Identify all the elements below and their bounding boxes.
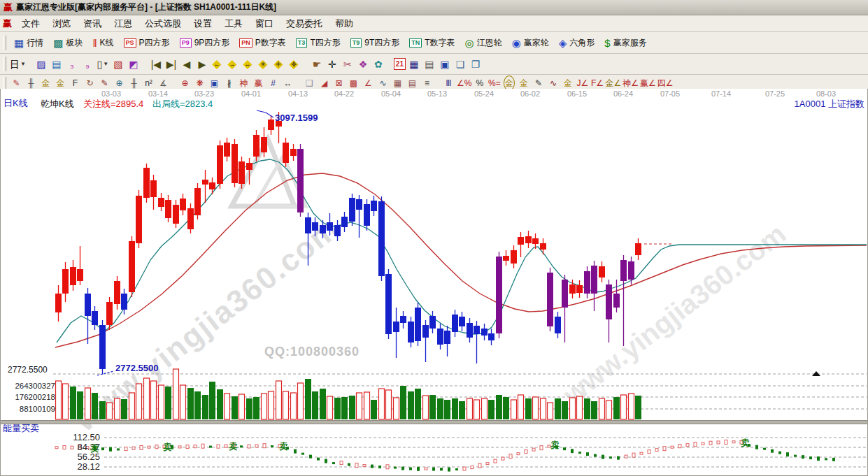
hrange-tool[interactable]: ↔ [281, 77, 294, 89]
box-x-tool[interactable]: ⊠ [332, 77, 346, 89]
nav-last-button[interactable]: ▶| [164, 57, 178, 71]
menu-item-gann[interactable]: 江恩 [108, 15, 138, 32]
winner-service-button[interactable]: $赢家服务 [599, 36, 651, 50]
diamond-expand-button[interactable]: ◆✳ [257, 57, 271, 71]
target-tool[interactable]: ⊕ [178, 77, 192, 89]
price-chart-canvas[interactable]: 03-0303-1403-2304-0104-1304-2205-0405-13… [1, 89, 867, 475]
quotes-button[interactable]: ▦行情 [9, 36, 48, 50]
nine-p-square-button[interactable]: P99P四方形 [175, 36, 235, 50]
winner-wheel-button[interactable]: ◉赢家轮 [507, 36, 554, 50]
box-hatch-tool[interactable]: ▩ [347, 77, 360, 89]
wave-check-tool[interactable]: ∿ [376, 77, 390, 89]
j-angle-tool[interactable]: J∠ [576, 77, 589, 89]
menu-item-trade[interactable]: 交易委托 [280, 15, 329, 32]
nav-next-button[interactable]: ▶ [195, 57, 209, 71]
f-grid-tool[interactable]: F [69, 77, 82, 89]
p-number-button[interactable]: PNP数字表 [234, 36, 291, 50]
crosshair-tool-button[interactable]: ✛ [325, 57, 339, 71]
gold-lines-tool[interactable]: 金 [517, 77, 530, 89]
gold-angle-tool[interactable]: 金∠ [605, 77, 621, 89]
menu-item-settings[interactable]: 设置 [187, 15, 218, 32]
four-angle-tool[interactable]: 四∠ [657, 77, 674, 89]
diamond-hmove-button[interactable]: ◆↔ [241, 57, 255, 71]
circle-grid-tool[interactable]: ⊕ [113, 77, 126, 89]
date-tick-label: 08-03 [816, 89, 836, 98]
pencil-tool[interactable]: ✎ [10, 77, 23, 89]
menu-item-file[interactable]: 文件 [15, 15, 46, 32]
n-squared-tool[interactable]: n² [142, 77, 155, 89]
diamond-right-button[interactable]: ◆→ [226, 57, 240, 71]
diamond-star-button[interactable]: ◆✛ [272, 57, 286, 71]
win-grid-tool[interactable]: 赢 [252, 77, 265, 89]
gold-circle-tool[interactable]: 金 [502, 77, 515, 89]
box-grid-tool[interactable]: ▣ [208, 77, 221, 89]
menu-item-formula-pick[interactable]: 公式选股 [138, 15, 187, 32]
period-day-button[interactable]: 日▼ [10, 57, 26, 71]
nine-t-square-button[interactable]: T99T四方形 [346, 36, 405, 50]
sectors-button[interactable]: ▩板块 [48, 36, 87, 50]
percent-tool[interactable]: % [473, 77, 486, 89]
menu-item-tools[interactable]: 工具 [218, 15, 249, 32]
bars-3-icon[interactable]: ₃ [65, 57, 79, 71]
fan-lines-tool[interactable]: ◢ [318, 77, 331, 89]
pane-splitter[interactable] [1, 420, 867, 424]
single-candle-button[interactable]: ▯▼ [96, 57, 110, 71]
info-list-icon[interactable]: ▤ [50, 57, 64, 71]
wave-tool[interactable]: ∿ [546, 77, 560, 89]
comb2-tool[interactable]: ╫ [127, 77, 141, 89]
angle-tool[interactable]: ∡ [157, 77, 170, 89]
network-button[interactable]: ❏ [453, 57, 467, 71]
color-bars-icon[interactable]: ◩ [127, 57, 141, 71]
win-angle-tool[interactable]: 赢∠ [640, 77, 656, 89]
save-button[interactable]: ▣ [438, 57, 452, 71]
calendar-button[interactable]: 21 [394, 58, 406, 70]
menu-item-browse[interactable]: 浏览 [46, 15, 77, 32]
diamond-cross-button[interactable]: ◆✜ [287, 57, 301, 71]
t-number-button[interactable]: TNT数字表 [404, 36, 460, 50]
t-square-button[interactable]: T3T四方形 [291, 36, 346, 50]
gold-grid-tool[interactable]: 金 [39, 77, 52, 89]
menu-item-news[interactable]: 资讯 [77, 15, 108, 32]
m-mark-tool[interactable]: ∦ [222, 77, 236, 89]
chart-area[interactable]: www.yingjia360.com www.yingjia360.com QQ… [0, 89, 868, 476]
lines-tool[interactable]: ≡ [420, 77, 434, 89]
pencil-bars-tool[interactable]: ✎ [532, 77, 545, 89]
gold-underline-tool[interactable]: 金 [561, 77, 574, 89]
pencil-icon: ✎ [13, 76, 20, 90]
nav-first-button[interactable]: |◀ [149, 57, 163, 71]
window-drag-tool[interactable]: ❑ [303, 77, 316, 89]
gold-grid2-tool[interactable]: 金 [54, 77, 67, 89]
ebars-tool[interactable]: Ⅲ [442, 77, 455, 89]
shen-grid-tool[interactable]: 神 [237, 77, 250, 89]
kline-button[interactable]: ‖K线 [87, 36, 118, 50]
chart-window-icon[interactable]: ▨ [34, 57, 48, 71]
badge-tool-button[interactable]: ❖ [356, 57, 370, 71]
calculator-button[interactable]: ▦ [407, 57, 421, 71]
menu-item-help[interactable]: 帮助 [329, 15, 360, 32]
gann-wheel-button[interactable]: ◎江恩轮 [460, 36, 507, 50]
f-angle-tool[interactable]: F∠ [590, 77, 604, 89]
grid2-tool[interactable]: ▤ [406, 77, 419, 89]
pencil2-tool[interactable]: ✎ [98, 77, 111, 89]
cut-tool-button[interactable]: ✂ [341, 57, 355, 71]
menu-item-window[interactable]: 窗口 [249, 15, 280, 32]
nav-prev-button[interactable]: ◀ [180, 57, 194, 71]
percent-line-tool[interactable]: %= [488, 77, 501, 89]
trend-angle-tool[interactable]: ∠ [362, 77, 375, 89]
computer-button[interactable]: ❐ [469, 57, 483, 71]
grid-tool[interactable]: ▦ [391, 77, 404, 89]
pattern-icon[interactable]: ▧ [111, 57, 125, 71]
bars-9-icon[interactable]: ₉ [80, 57, 94, 71]
web-tool[interactable]: ❋ [193, 77, 206, 89]
notes-button[interactable]: ▤ [422, 57, 436, 71]
comb-tool[interactable]: ╫ [24, 77, 38, 89]
percent-angle-tool[interactable]: ∠% [457, 77, 471, 89]
hexagon-button[interactable]: ◈六角形 [554, 36, 600, 50]
hand-tool-button[interactable]: ☛ [310, 57, 324, 71]
shen-angle-tool[interactable]: 神∠ [622, 77, 639, 89]
ruler-123-tool[interactable]: # [266, 77, 280, 89]
diamond-left-button[interactable]: ◆← [211, 57, 225, 71]
p-square-button[interactable]: PSP四方形 [119, 36, 175, 50]
spiral-tool[interactable]: ↻ [83, 77, 97, 89]
flower-tool-button[interactable]: ✿ [371, 57, 385, 71]
